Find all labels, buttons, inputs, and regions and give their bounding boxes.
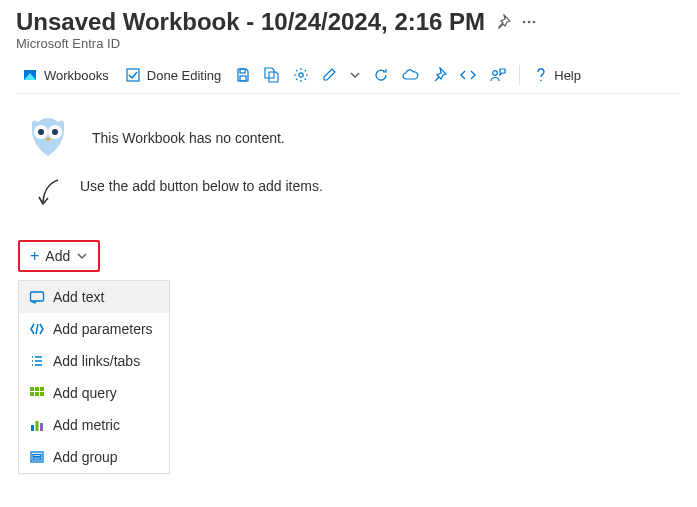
pencil-icon (321, 67, 337, 83)
help-icon (534, 67, 548, 83)
help-button[interactable]: Help (528, 63, 587, 87)
edit-dropdown[interactable] (345, 65, 365, 85)
svg-rect-17 (40, 387, 44, 391)
cloud-button[interactable] (397, 63, 423, 87)
svg-rect-26 (33, 458, 41, 460)
menu-item-label: Add query (53, 385, 117, 401)
refresh-icon (373, 67, 389, 83)
svg-point-7 (299, 73, 303, 77)
gear-icon (293, 67, 309, 83)
svg-rect-19 (35, 392, 39, 396)
done-editing-label: Done Editing (147, 68, 221, 83)
add-menu: Add text Add parameters Add links/tabs A… (18, 280, 170, 474)
edit-button[interactable] (317, 63, 341, 87)
svg-rect-18 (30, 392, 34, 396)
menu-item-add-query[interactable]: Add query (19, 377, 169, 409)
empty-hint: Use the add button below to add items. (80, 178, 323, 194)
svg-rect-16 (35, 387, 39, 391)
toolbar: Workbooks Done Editing (16, 63, 681, 94)
svg-point-12 (38, 129, 44, 135)
more-icon[interactable] (521, 14, 537, 30)
empty-message: This Workbook has no content. (92, 130, 285, 146)
breadcrumb: Microsoft Entra ID (16, 36, 681, 51)
workbooks-button[interactable]: Workbooks (16, 63, 115, 87)
workbooks-label: Workbooks (44, 68, 109, 83)
svg-rect-23 (40, 423, 43, 431)
text-icon (29, 289, 45, 305)
svg-rect-21 (31, 425, 34, 431)
svg-rect-5 (240, 69, 245, 73)
feedback-button[interactable] (485, 63, 511, 87)
pin-icon (431, 67, 447, 83)
settings-button[interactable] (289, 63, 313, 87)
code-button[interactable] (455, 63, 481, 87)
add-button-label: Add (45, 248, 70, 264)
menu-item-label: Add text (53, 289, 104, 305)
code-icon (459, 67, 477, 83)
svg-point-9 (540, 80, 542, 82)
arrow-icon (34, 178, 62, 212)
svg-rect-25 (33, 455, 41, 457)
refresh-button[interactable] (369, 63, 393, 87)
pin-button[interactable] (427, 63, 451, 87)
svg-rect-6 (240, 76, 246, 81)
menu-item-add-parameters[interactable]: Add parameters (19, 313, 169, 345)
save-icon (235, 67, 251, 83)
pin-icon[interactable] (495, 14, 511, 30)
svg-point-8 (493, 71, 498, 76)
query-icon (29, 385, 45, 401)
metric-icon (29, 417, 45, 433)
owl-icon (26, 116, 70, 160)
save-as-icon (263, 67, 281, 83)
save-as-button[interactable] (259, 63, 285, 87)
svg-rect-22 (36, 421, 39, 431)
save-button[interactable] (231, 63, 255, 87)
done-editing-button[interactable]: Done Editing (119, 63, 227, 87)
menu-item-label: Add group (53, 449, 118, 465)
help-label: Help (554, 68, 581, 83)
svg-point-0 (523, 21, 526, 24)
menu-item-label: Add parameters (53, 321, 153, 337)
menu-item-label: Add metric (53, 417, 120, 433)
svg-rect-20 (40, 392, 44, 396)
svg-rect-15 (30, 387, 34, 391)
svg-rect-4 (127, 69, 139, 81)
cloud-icon (401, 67, 419, 83)
person-feedback-icon (489, 67, 507, 83)
menu-item-add-group[interactable]: Add group (19, 441, 169, 473)
svg-point-2 (533, 21, 536, 24)
parameters-icon (29, 321, 45, 337)
menu-item-add-metric[interactable]: Add metric (19, 409, 169, 441)
svg-point-1 (528, 21, 531, 24)
plus-icon: + (30, 248, 39, 264)
menu-item-label: Add links/tabs (53, 353, 140, 369)
add-button[interactable]: + Add (18, 240, 100, 272)
svg-rect-14 (31, 292, 44, 301)
menu-item-add-text[interactable]: Add text (19, 281, 169, 313)
chevron-down-icon (349, 69, 361, 81)
divider (519, 65, 520, 85)
links-icon (29, 353, 45, 369)
chevron-down-icon (76, 250, 88, 262)
svg-point-13 (52, 129, 58, 135)
page-title: Unsaved Workbook - 10/24/2024, 2:16 PM (16, 8, 485, 36)
menu-item-add-links-tabs[interactable]: Add links/tabs (19, 345, 169, 377)
group-icon (29, 449, 45, 465)
